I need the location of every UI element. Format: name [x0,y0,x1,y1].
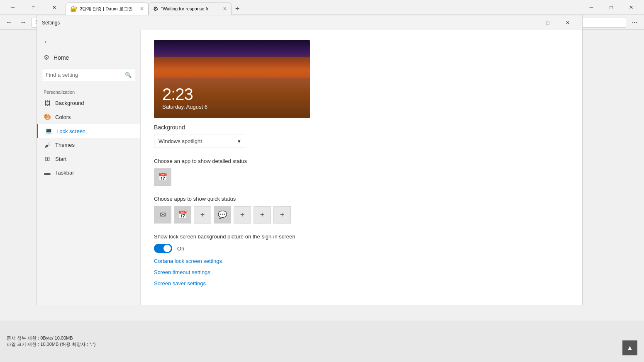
detailed-status-label: Choose an app to show detailed status [154,158,569,164]
minimize-button[interactable]: ─ [582,2,601,13]
quick-status-chat-icon[interactable]: 💬 [214,206,231,224]
toggle-knob [163,245,171,252]
sign-in-toggle[interactable] [154,244,172,253]
sidebar-item-background[interactable]: 🖼 Background [37,96,140,110]
quick-status-calendar-icon[interactable]: 📅 [174,206,191,224]
lock-screen-label: Lock screen [56,128,85,134]
lock-date: Saturday, August 6 [162,104,207,110]
search-box: 🔍 [42,68,135,81]
main-content: 2:23 Saturday, August 6 Background Windo… [141,30,582,305]
lock-preview-overlay: 2:23 Saturday, August 6 [162,85,207,110]
background-section-label: Background [154,124,569,131]
tab-daum[interactable]: 🔐 2단계 인증 | Daum 로그인 ✕ [66,2,149,15]
tab-daum-icon: 🔐 [70,5,77,12]
settings-title: Settings [42,20,515,26]
sidebar-item-taskbar[interactable]: ▬ Taskbar [37,166,140,180]
bottom-text-1: 문서 첨부 제한 : 0Byte/ 10.00MB [7,335,96,341]
background-label: Background [55,100,84,106]
window-controls: ─ □ ✕ [582,2,641,13]
toggle-on-label: On [177,245,184,252]
tab-daum-close[interactable]: ✕ [140,6,144,12]
home-label: Home [54,54,69,61]
sidebar-item-colors[interactable]: 🎨 Colors [37,110,140,124]
detailed-status-apps: 📅 [154,168,569,186]
quick-status-add-2[interactable]: + [234,206,251,224]
search-icon: 🔍 [125,72,132,78]
colors-label: Colors [55,114,71,120]
browser-controls: ─ □ ✕ [3,2,64,13]
tab-settings[interactable]: ⚙ "Waiting for response fr ✕ [149,2,232,15]
home-icon: ⚙ [44,53,49,61]
background-dropdown-value: Windows spotlight [159,138,202,144]
settings-close[interactable]: ✕ [558,17,577,29]
chevron-down-icon: ▾ [238,138,241,144]
tab-settings-close[interactable]: ✕ [223,6,227,12]
lock-time: 2:23 [162,85,207,104]
browser-close[interactable]: ✕ [45,2,64,13]
start-icon: ⊞ [44,155,51,163]
settings-maximize[interactable]: □ [538,17,557,29]
maximize-button[interactable]: □ [602,2,621,13]
screen-timeout-link[interactable]: Screen timeout settings [154,269,569,275]
background-dropdown[interactable]: Windows spotlight ▾ [154,134,245,148]
themes-label: Themes [55,142,75,148]
close-button[interactable]: ✕ [622,2,641,13]
quick-status-add-4[interactable]: + [273,206,291,224]
sign-in-label: Show lock screen background picture on t… [154,233,569,240]
tab-settings-icon: ⚙ [153,5,159,12]
browser-minimize[interactable]: ─ [3,2,22,13]
bottom-text-2: 파일 크기 제한 : 10.00MB (허용 확장자 : *.*) [7,341,96,347]
sign-in-section: Show lock screen background picture on t… [154,233,569,253]
browser-maximize[interactable]: □ [24,2,43,13]
scroll-up-button[interactable]: ▲ [622,340,637,355]
settings-titlebar: Settings ─ □ ✕ [37,15,582,30]
cortana-link[interactable]: Cortana lock screen settings [154,258,569,264]
personalization-section-label: Personalization [37,85,140,96]
more-options-button[interactable]: ··· [629,17,641,28]
quick-status-apps: ✉ 📅 + 💬 + + + [154,206,569,224]
settings-win-controls: ─ □ ✕ [518,17,577,29]
quick-status-add-1[interactable]: + [194,206,211,224]
background-icon: 🖼 [44,100,51,107]
quick-status-add-3[interactable]: + [254,206,271,224]
screen-saver-link[interactable]: Screen saver settings [154,280,569,287]
quick-status-label: Choose apps to show quick status [154,196,569,202]
lock-screen-icon: 💻 [45,127,52,135]
detailed-status-calendar-icon[interactable]: 📅 [154,168,171,186]
settings-body: ← ⚙ Home 🔍 Personalization 🖼 Background … [37,30,582,305]
tab-daum-label: 2단계 인증 | Daum 로그인 [80,6,137,12]
bottom-content: 문서 첨부 제한 : 0Byte/ 10.00MB 파일 크기 제한 : 10.… [7,335,96,347]
sidebar-item-start[interactable]: ⊞ Start [37,152,140,166]
tabs-bar: 🔐 2단계 인증 | Daum 로그인 ✕ ⚙ "Waiting for res… [66,0,577,15]
back-button[interactable]: ← [3,17,15,28]
taskbar-icon: ▬ [44,169,51,176]
bottom-area: 문서 첨부 제한 : 0Byte/ 10.00MB 파일 크기 제한 : 10.… [0,321,644,362]
sidebar: ← ⚙ Home 🔍 Personalization 🖼 Background … [37,30,141,305]
settings-minimize[interactable]: ─ [518,17,537,29]
start-label: Start [55,156,66,162]
home-item[interactable]: ⚙ Home [37,50,140,65]
browser-titlebar: ─ □ ✕ 🔐 2단계 인증 | Daum 로그인 ✕ ⚙ "Waiting f… [0,0,644,15]
sidebar-item-themes[interactable]: 🖌 Themes [37,138,140,152]
new-tab-button[interactable]: + [232,3,243,15]
taskbar-label: Taskbar [55,170,74,176]
sidebar-back-button[interactable]: ← [40,35,54,49]
colors-icon: 🎨 [44,113,51,121]
find-setting-input[interactable] [46,72,123,78]
themes-icon: 🖌 [44,141,51,148]
sidebar-item-lock-screen[interactable]: 💻 Lock screen [37,124,140,138]
tab-settings-label: "Waiting for response fr [161,6,220,11]
forward-button[interactable]: → [17,17,29,28]
lock-screen-preview: 2:23 Saturday, August 6 [154,40,310,118]
quick-status-mail-icon[interactable]: ✉ [154,206,171,224]
settings-window: Settings ─ □ ✕ ← ⚙ Home 🔍 Personalizatio… [37,15,583,305]
toggle-row: On [154,244,569,253]
